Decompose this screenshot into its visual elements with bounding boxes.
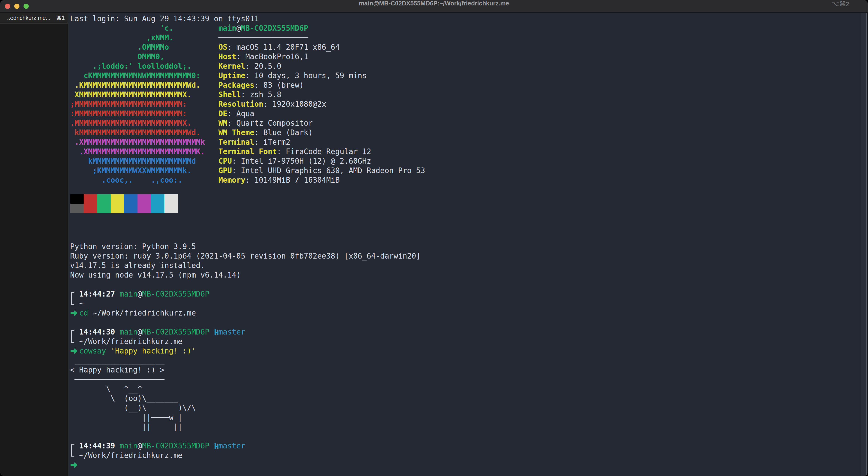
text-segment: cd [79, 308, 93, 317]
palette-swatch [124, 204, 137, 213]
neofetch-info-line: Packages: 83 (brew) [218, 80, 425, 90]
terminal-line: cowsay 'Happy hacking! :)' [70, 346, 866, 356]
text-segment: WM [218, 118, 227, 128]
prompt-bracket [70, 327, 79, 337]
neofetch-info-line: Terminal: iTerm2 [218, 137, 425, 147]
text-segment [210, 441, 214, 450]
palette-swatch [164, 194, 178, 204]
ascii-art-line: .XMMMMMMMMMMMMMMMMMMMMMMMMK. [70, 147, 205, 157]
text-segment: : FiraCode-Regular 12 [277, 147, 371, 156]
text-segment: : 83 (brew) [254, 81, 304, 90]
text-segment [115, 290, 120, 298]
terminal-line: ~ [70, 299, 866, 308]
palette-swatch [97, 194, 111, 204]
terminal-line [70, 223, 866, 232]
git-branch-icon [214, 327, 218, 337]
text-segment: Memory [218, 176, 245, 184]
text-segment: < Happy hacking! :) > [70, 366, 164, 374]
text-segment: MB-C02DX555MD6P [142, 290, 210, 298]
palette-swatch [111, 204, 124, 213]
prompt-bracket [70, 299, 79, 308]
prompt-bracket [70, 451, 79, 460]
close-button[interactable] [5, 4, 10, 9]
text-segment: : MacBookPro16,1 [236, 52, 308, 61]
zoom-button[interactable] [24, 4, 29, 9]
palette-swatch [137, 194, 151, 204]
color-palette-row [70, 204, 866, 213]
text-segment: Uptime [218, 71, 245, 80]
terminal-scrollbar[interactable] [861, 13, 866, 476]
text-segment: : 1920x1080@2x [263, 100, 326, 108]
text-segment: : iTerm2 [254, 138, 290, 146]
text-segment: MB-C02DX555MD6P [142, 328, 210, 336]
text-segment: ~/Work/friedrichkurz.me [93, 308, 196, 317]
neofetch-info-line: Resolution: 1920x1080@2x [218, 99, 425, 109]
ascii-art-line: .MMMMMMMMMMMMMMMMMMMMMMMMX. [70, 118, 205, 128]
text-segment: ──────────────────── [218, 33, 308, 42]
terminal-line: Ruby version: ruby 3.0.1p64 (2021-04-05 … [70, 251, 866, 261]
neofetch-info-line: Memory: 10149MiB / 16384MiB [218, 175, 425, 185]
text-segment: main [120, 328, 137, 336]
neofetch-info-line: Kernel: 20.5.0 [218, 62, 425, 71]
neofetch-info: main@MB-C02DX555MD6P────────────────────… [218, 24, 425, 185]
ascii-art-line: :MMMMMMMMMMMMMMMMMMMMMMMM: [70, 109, 205, 118]
palette-swatch [84, 204, 97, 213]
terminal-line: Now using node v14.17.5 (npm v6.14.14) [70, 270, 866, 280]
terminal-line: \ ^__^ [70, 384, 866, 394]
prompt-arrow-icon [70, 460, 79, 470]
terminal-line [70, 280, 866, 289]
ascii-art-line: ,xNMM. [70, 33, 205, 42]
terminal-content[interactable]: Last login: Sun Aug 29 14:43:39 on ttys0… [68, 13, 866, 476]
terminal-line: \ (oo)\_______ [70, 394, 866, 403]
terminal-line [70, 432, 866, 441]
neofetch-ascii-art: 'c. ,xNMM. .OMMMMo OMMM0, .;loddo:' lool… [70, 24, 205, 185]
text-segment: MB-C02DX555MD6P [241, 24, 308, 33]
text-segment: 14:44:27 [79, 290, 115, 298]
text-segment: Terminal Font [218, 147, 277, 156]
text-segment: 'Happy hacking! :)' [111, 346, 196, 355]
text-segment: Python version: Python 3.9.5 [70, 242, 196, 251]
palette-swatch [70, 194, 84, 204]
text-segment: CPU [218, 157, 232, 165]
ascii-art-line: kMMMMMMMMMMMMMMMMMMMMMMd [70, 157, 205, 166]
text-segment: \ (oo)\_______ [70, 394, 178, 403]
palette-swatch [111, 194, 124, 204]
traffic-lights [5, 4, 29, 9]
terminal-line: ~/Work/friedrichkurz.me [70, 451, 866, 460]
neofetch-info-line: Terminal Font: FiraCode-Regular 12 [218, 147, 425, 157]
text-segment: OS [218, 43, 227, 52]
palette-swatch [124, 194, 137, 204]
ascii-art-line: XMMMMMMMMMMMMMMMMMMMMMMMX. [70, 90, 205, 99]
neofetch-info-line: OS: macOS 11.4 20F71 x86_64 [218, 42, 425, 52]
tab-shortcut: ⌘1 [56, 15, 65, 21]
text-segment: : Intel UHD Graphics 630, AMD Radeon Pro… [232, 166, 425, 175]
terminal-line: cd ~/Work/friedrichkurz.me [70, 308, 866, 318]
ascii-art-line: .cooc,. .,coo:. [70, 175, 205, 185]
text-segment [210, 328, 214, 336]
text-segment: Resolution [218, 100, 264, 108]
neofetch-info-line: main@MB-C02DX555MD6P [218, 24, 425, 33]
terminal-line [70, 318, 866, 327]
text-segment: @ [137, 328, 142, 336]
terminal-line: Python version: Python 3.9.5 [70, 242, 866, 251]
git-branch-icon [214, 441, 218, 451]
text-segment: : 20.5.0 [245, 62, 281, 70]
terminal-line: ──────────────────── [70, 375, 866, 384]
text-segment: Now using node v14.17.5 (npm v6.14.14) [70, 271, 241, 279]
pane-edge-divider [866, 13, 867, 476]
terminal-line [70, 232, 866, 242]
text-segment: : 10149MiB / 16384MiB [245, 176, 340, 184]
terminal-line: || || [70, 422, 866, 432]
terminal-line: 14:44:27 main@MB-C02DX555MD6P [70, 289, 866, 299]
text-segment: main [120, 290, 137, 298]
tab-sidebar: ..edrichkurz.me... ⌘1 [0, 13, 68, 476]
window-titlebar: main@MB-C02DX555MD6P:~/Work/friedrichkur… [0, 0, 868, 13]
text-segment: MB-C02DX555MD6P [142, 441, 210, 450]
text-segment: : zsh 5.8 [241, 90, 281, 99]
text-segment: master [218, 328, 245, 336]
prompt-bracket [70, 337, 79, 346]
tab-item[interactable]: ..edrichkurz.me... ⌘1 [0, 13, 68, 24]
ascii-art-line: ;MMMMMMMMMMMMMMMMMMMMMMMM: [70, 99, 205, 109]
minimize-button[interactable] [14, 4, 20, 9]
terminal-line: (__)\ )\/\ [70, 403, 866, 413]
